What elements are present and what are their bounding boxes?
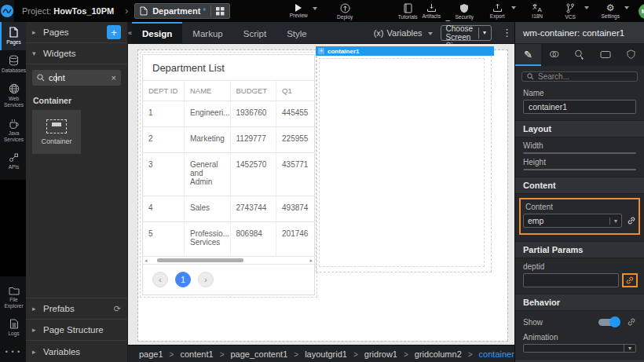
expand-arrow-icon: ▾ [32,49,38,57]
pages-grid-icon[interactable] [216,7,225,16]
table-pagination: ‹ 1 › [143,265,314,294]
tutorials-icon [404,3,412,13]
column-header[interactable]: NAME [184,81,230,101]
design-canvas[interactable]: Department List DEPT ID NAME BUDGET Q1 1… [128,44,514,345]
container-selection-header[interactable]: + container1 [316,46,494,56]
rail-item-logs[interactable]: Logs [0,314,26,342]
properties-tabs: ✎ [515,44,644,66]
prefabs-section-header[interactable]: ▸ Prefabs ⟳ [26,298,127,320]
screen-size-select[interactable]: – Choose Screen Size – ▾ [441,25,492,41]
table-row[interactable]: 2 Marketing 1129777 225955 [143,127,314,153]
table-row[interactable]: 4 Sales 2743744 493874 [143,196,314,222]
web-services-globe-icon [9,83,20,94]
tab-devices[interactable] [592,44,618,66]
page-structure-section-header[interactable]: ▸ Page Structure [26,320,127,341]
bind-content-link-icon[interactable] [627,216,636,225]
left-rail: Pages Databases Web Services Java Servic… [0,22,26,362]
bind-show-link-icon[interactable] [627,317,636,327]
variables-button[interactable]: (x) Variables [374,28,433,38]
tab-design[interactable]: Design [132,22,182,44]
properties-search-input[interactable]: Search... [521,71,638,82]
bind-deptid-link-icon[interactable] [622,273,638,287]
preview-button[interactable]: Preview [287,4,310,18]
tab-events[interactable] [567,44,593,66]
add-widget-icon[interactable]: + [318,48,324,54]
vcs-button[interactable]: VCS [558,3,582,20]
i18n-button[interactable]: A I18N [525,3,549,19]
horizontal-scrollbar[interactable]: ◂ ▸ [143,257,314,265]
page-selector[interactable]: Department * [134,3,230,19]
table-row[interactable]: 3 General and Admin 1452570 435771 [143,153,314,196]
current-page-button[interactable]: 1 [175,272,191,287]
selected-container-widget[interactable]: + container1 [316,46,494,272]
container-widget-tile[interactable]: Container [32,110,81,154]
pages-section-header[interactable]: ▸ Pages + [26,22,127,43]
animation-select[interactable]: ▾ [523,344,636,353]
column-header[interactable]: DEPT ID [143,81,184,101]
more-options-kebab-icon[interactable]: ⋮ [498,27,516,38]
table-row[interactable]: 1 Engineeri... 1936760 445455 [143,101,314,127]
artifacts-button[interactable]: Artifacts [419,3,443,19]
breadcrumb-item-current[interactable]: container1 [462,349,519,359]
rail-item-pages[interactable]: Pages [0,22,26,50]
user-avatar[interactable]: MP [639,4,644,19]
breadcrumb-item[interactable]: page1 [139,349,163,359]
tutorials-button[interactable]: Tutorials [396,3,419,20]
page-canvas[interactable]: Department List DEPT ID NAME BUDGET Q1 1… [138,50,507,341]
show-toggle[interactable] [597,316,620,327]
svg-text:A: A [538,6,543,13]
prev-page-button[interactable]: ‹ [152,272,168,287]
pages-icon [9,27,19,38]
department-table-widget[interactable]: Department List DEPT ID NAME BUDGET Q1 1… [142,54,315,295]
content-select[interactable]: emp ▾ [523,214,622,228]
container-drop-area[interactable] [316,56,492,272]
widgets-section-header[interactable]: ▾ Widgets [26,43,127,64]
rail-item-java-services[interactable]: Java Services [0,114,26,148]
editor-tabbar: « Design Markup Script Style (x) Variabl… [128,22,514,44]
name-input[interactable]: container1 [523,100,636,114]
clear-search-icon[interactable]: × [112,73,116,82]
export-chevron-icon[interactable] [511,6,516,9]
add-page-button[interactable]: + [107,25,121,39]
settings-button[interactable]: ⚙ Settings [598,3,622,19]
tab-markup[interactable]: Markup [182,22,232,44]
rail-item-file-explorer[interactable]: File Explorer [0,281,26,314]
breadcrumb-item[interactable]: gridrow1 [347,349,397,359]
vcs-chevron-icon[interactable] [584,6,589,9]
refresh-prefabs-icon[interactable]: ⟳ [114,304,121,314]
height-input[interactable] [523,169,636,170]
variables-section-header[interactable]: ▸ Variables [26,341,127,362]
tab-security[interactable] [618,44,644,66]
tab-script[interactable]: Script [233,22,276,44]
breadcrumb-item[interactable]: layoutgrid1 [287,349,347,359]
preview-chevron-icon[interactable] [313,7,317,10]
table-row[interactable]: 5 Professio... Services 806984 201746 [143,222,314,257]
tab-style[interactable]: Style [276,22,317,44]
breadcrumb-item[interactable]: content1 [163,349,214,359]
export-button[interactable]: Export [485,3,509,19]
rail-item-apis[interactable]: APIs [0,148,26,175]
breadcrumb-item[interactable]: gridcolumn2 [397,349,462,359]
rail-item-web-services[interactable]: Web Services [0,79,26,113]
deptid-label: deptid [515,258,644,273]
breadcrumb-item[interactable]: page_content1 [214,349,288,359]
wavemaker-logo[interactable] [0,0,14,22]
rail-spacer [0,180,26,276]
variables-chevron-icon [428,32,433,35]
column-header[interactable]: Q1 [276,81,314,101]
settings-chevron-icon[interactable] [624,6,629,9]
rail-more-button[interactable]: • • • [0,342,26,362]
databases-icon [9,55,19,66]
tab-styles[interactable] [541,44,567,66]
deploy-button[interactable]: Deploy [333,3,357,20]
logs-icon [9,319,19,329]
scroll-right-icon[interactable]: ▸ [309,257,313,265]
scrollbar-thumb[interactable] [157,258,243,262]
search-icon [37,74,45,82]
column-header[interactable]: BUDGET [230,81,276,101]
widget-search-input[interactable]: cont × [32,70,121,86]
tab-properties-pencil[interactable]: ✎ [515,44,541,66]
deptid-input[interactable] [523,273,619,287]
rail-item-databases[interactable]: Databases [0,50,26,79]
next-page-button[interactable]: › [198,272,214,287]
